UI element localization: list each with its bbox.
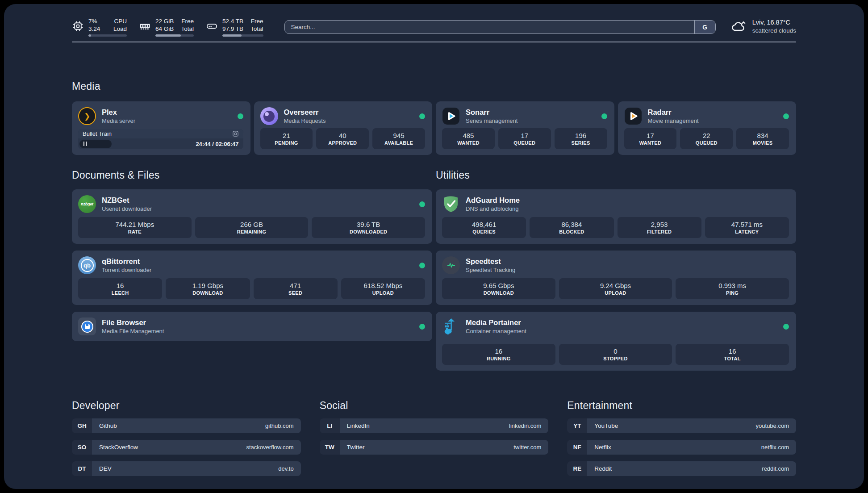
status-online-dot bbox=[601, 113, 607, 119]
status-online-dot bbox=[419, 201, 425, 207]
radarr-icon bbox=[624, 107, 642, 125]
utilities-column: Utilities AdGuard Home DNS and adblockin… bbox=[436, 169, 796, 377]
section-title-media: Media bbox=[72, 80, 796, 92]
app-description: Media server bbox=[102, 117, 135, 125]
bookmark-linkedin[interactable]: LI LinkedInlinkedin.com bbox=[320, 418, 549, 433]
bookmark-youtube[interactable]: YT YouTubeyoutube.com bbox=[567, 418, 796, 433]
header-divider bbox=[72, 42, 796, 42]
bookmark-github[interactable]: GH Githubgithub.com bbox=[72, 418, 301, 433]
portainer-icon bbox=[442, 318, 460, 335]
section-title-utilities: Utilities bbox=[436, 169, 796, 181]
storage-progress-bar bbox=[222, 34, 263, 37]
nzbget-icon: nzbget bbox=[78, 195, 96, 213]
stat-tile: 16TOTAL bbox=[676, 344, 789, 365]
memory-free-label: Free bbox=[181, 17, 194, 25]
stat-tile: 40APPROVED bbox=[316, 128, 369, 149]
stat-tile: 0STOPPED bbox=[559, 344, 672, 365]
app-card-portainer[interactable]: Media Portainer Container management 16R… bbox=[436, 312, 796, 371]
cloud-icon bbox=[730, 18, 747, 35]
app-name: Overseerr bbox=[284, 108, 326, 117]
stat-tile: 17QUEUED bbox=[498, 128, 551, 149]
bookmark-abbr: YT bbox=[567, 418, 587, 433]
status-online-dot bbox=[419, 324, 425, 330]
cast-device-icon[interactable] bbox=[232, 130, 239, 137]
status-online-dot bbox=[419, 113, 425, 119]
memory-progress-bar bbox=[155, 34, 194, 37]
section-title-entertainment: Entertainment bbox=[567, 400, 796, 412]
stat-tile: 0.993 msPING bbox=[676, 278, 789, 299]
app-description: Series management bbox=[466, 117, 517, 125]
storage-free-value: 52.4 TB bbox=[222, 17, 243, 25]
stat-tile: 16RUNNING bbox=[442, 344, 555, 365]
bookmark-url: dev.to bbox=[278, 465, 293, 472]
bookmark-netflix[interactable]: NF Netflixnetflix.com bbox=[567, 440, 796, 455]
app-description: DNS and adblocking bbox=[466, 205, 520, 213]
bookmark-abbr: SO bbox=[72, 440, 92, 455]
developer-bookmarks: Developer GH Githubgithub.com SO StackOv… bbox=[72, 400, 301, 483]
entertainment-bookmarks: Entertainment YT YouTubeyoutube.com NF N… bbox=[567, 400, 796, 483]
bookmark-reddit[interactable]: RE Redditreddit.com bbox=[567, 461, 796, 476]
media-card-grid: ❯ Plex Media server Bullet Train bbox=[72, 101, 796, 155]
bookmark-twitter[interactable]: TW Twittertwitter.com bbox=[320, 440, 549, 455]
storage-total-label: Total bbox=[250, 25, 263, 33]
app-description: Speedtest Tracking bbox=[466, 266, 515, 274]
app-description: Usenet downloader bbox=[102, 205, 152, 213]
bookmark-url: github.com bbox=[265, 422, 294, 429]
storage-free-label: Free bbox=[250, 17, 263, 25]
app-card-adguard[interactable]: AdGuard Home DNS and adblocking 498,461Q… bbox=[436, 189, 796, 244]
app-card-overseerr[interactable]: Overseerr Media Requests 21PENDING 40APP… bbox=[254, 101, 433, 155]
stat-tile: 39.6 TBDOWNLOADED bbox=[312, 217, 425, 238]
stat-tile: 498,461QUERIES bbox=[442, 217, 526, 238]
storage-stats-widget: 52.4 TB Free 97.9 TB Total bbox=[206, 17, 263, 37]
stat-tile: 16LEECH bbox=[78, 278, 162, 299]
status-online-dot bbox=[783, 324, 789, 330]
app-card-radarr[interactable]: Radarr Movie management 17WANTED 22QUEUE… bbox=[618, 101, 797, 155]
ram-icon bbox=[139, 20, 151, 32]
search-bar: G bbox=[284, 20, 716, 34]
stat-tile: 9.65 GbpsDOWNLOAD bbox=[442, 278, 555, 299]
bookmark-name: StackOverflow bbox=[99, 444, 138, 451]
bookmark-stackoverflow[interactable]: SO StackOverflowstackoverflow.com bbox=[72, 440, 301, 455]
qbittorrent-icon: qb bbox=[78, 256, 96, 274]
bookmark-url: stackoverflow.com bbox=[246, 444, 293, 451]
stat-tile: 266 GBREMAINING bbox=[195, 217, 309, 238]
app-name: Media Portainer bbox=[466, 318, 526, 327]
app-card-filebrowser[interactable]: File Browser Media File Management bbox=[72, 312, 432, 341]
bookmark-abbr: DT bbox=[72, 461, 92, 476]
app-card-sonarr[interactable]: Sonarr Series management 485WANTED 17QUE… bbox=[436, 101, 614, 155]
app-card-qbittorrent[interactable]: qb qBittorrent Torrent downloader 16LEEC… bbox=[72, 251, 432, 305]
bookmark-name: Github bbox=[99, 422, 117, 429]
now-playing-title: Bullet Train bbox=[83, 130, 112, 137]
app-card-speedtest[interactable]: Speedtest Speedtest Tracking 9.65 GbpsDO… bbox=[436, 251, 796, 305]
search-engine-button[interactable]: G bbox=[694, 21, 715, 33]
storage-total-value: 97.9 TB bbox=[222, 25, 243, 33]
weather-widget: Lviv, 16.87°C scattered clouds bbox=[730, 18, 796, 35]
bookmark-dev-to[interactable]: DT DEVdev.to bbox=[72, 461, 301, 476]
stat-tile: 945AVAILABLE bbox=[372, 128, 425, 149]
cpu-usage-value: 7% bbox=[88, 17, 103, 25]
cpu-load-label: Load bbox=[110, 25, 127, 33]
bookmark-name: YouTube bbox=[594, 422, 618, 429]
bookmark-name: Netflix bbox=[594, 444, 611, 451]
cpu-stats-widget: 7% CPU 3.24 Load bbox=[72, 17, 127, 37]
app-description: Media File Management bbox=[102, 327, 164, 335]
app-description: Container management bbox=[466, 327, 526, 335]
stat-tile: 1.19 GbpsDOWNLOAD bbox=[166, 278, 250, 299]
bookmark-abbr: NF bbox=[567, 440, 587, 455]
memory-stats-widget: 22 GiB Free 64 GiB Total bbox=[139, 17, 194, 37]
stat-tile: 618.52 MbpsUPLOAD bbox=[341, 278, 425, 299]
section-title-social: Social bbox=[320, 400, 549, 412]
bookmark-name: LinkedIn bbox=[347, 422, 370, 429]
cpu-icon bbox=[72, 20, 84, 32]
app-card-nzbget[interactable]: nzbget NZBGet Usenet downloader 744.21 M… bbox=[72, 189, 432, 244]
bookmark-name: DEV bbox=[99, 465, 112, 472]
app-card-plex[interactable]: ❯ Plex Media server Bullet Train bbox=[72, 101, 250, 155]
bookmark-url: linkedin.com bbox=[509, 422, 541, 429]
section-title-developer: Developer bbox=[72, 400, 301, 412]
bookmark-name: Reddit bbox=[594, 465, 612, 472]
app-name: File Browser bbox=[102, 318, 164, 327]
bookmark-abbr: LI bbox=[320, 418, 340, 433]
stat-tile: 9.24 GbpsUPLOAD bbox=[559, 278, 672, 299]
stat-tile: 21PENDING bbox=[260, 128, 313, 149]
search-input[interactable] bbox=[285, 21, 694, 33]
